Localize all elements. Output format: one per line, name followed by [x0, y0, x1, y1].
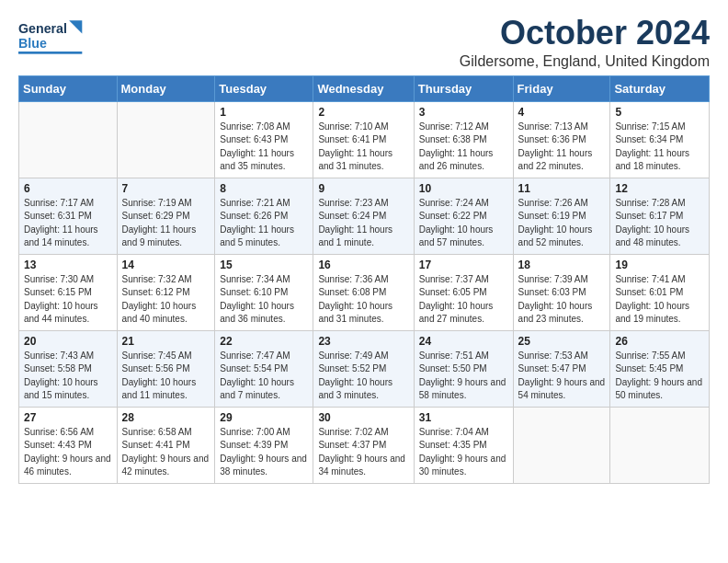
day-number: 14	[122, 259, 210, 271]
day-info: Sunrise: 7:47 AMSunset: 5:54 PMDaylight:…	[220, 350, 308, 403]
calendar-cell	[117, 101, 215, 178]
day-info: Sunrise: 7:49 AMSunset: 5:52 PMDaylight:…	[318, 350, 408, 403]
day-number: 12	[615, 182, 704, 195]
day-number: 23	[318, 335, 408, 348]
day-info: Sunrise: 7:08 AMSunset: 6:43 PMDaylight:…	[220, 121, 308, 174]
day-number: 17	[419, 259, 508, 271]
day-number: 10	[419, 182, 508, 195]
calendar-cell: 28Sunrise: 6:58 AMSunset: 4:41 PMDayligh…	[117, 407, 215, 483]
calendar-cell: 29Sunrise: 7:00 AMSunset: 4:39 PMDayligh…	[215, 407, 313, 483]
day-info: Sunrise: 7:02 AMSunset: 4:37 PMDaylight:…	[318, 426, 408, 479]
day-info: Sunrise: 7:55 AMSunset: 5:45 PMDaylight:…	[615, 350, 704, 403]
calendar-cell: 8Sunrise: 7:21 AMSunset: 6:26 PMDaylight…	[215, 178, 313, 254]
day-number: 16	[318, 259, 408, 271]
day-info: Sunrise: 7:41 AMSunset: 6:01 PMDaylight:…	[615, 273, 704, 327]
calendar-cell: 9Sunrise: 7:23 AMSunset: 6:24 PMDaylight…	[313, 178, 414, 254]
day-info: Sunrise: 7:17 AMSunset: 6:31 PMDaylight:…	[24, 197, 112, 250]
calendar-cell	[513, 407, 610, 483]
day-info: Sunrise: 7:10 AMSunset: 6:41 PMDaylight:…	[318, 121, 408, 174]
calendar-cell: 27Sunrise: 6:56 AMSunset: 4:43 PMDayligh…	[19, 407, 118, 483]
day-number: 28	[122, 411, 210, 424]
col-wednesday: Wednesday	[313, 75, 414, 101]
col-saturday: Saturday	[610, 75, 710, 101]
day-info: Sunrise: 7:13 AMSunset: 6:36 PMDaylight:…	[518, 121, 606, 174]
day-info: Sunrise: 7:43 AMSunset: 5:58 PMDaylight:…	[24, 350, 112, 403]
calendar-cell: 16Sunrise: 7:36 AMSunset: 6:08 PMDayligh…	[313, 254, 414, 330]
calendar-cell: 1Sunrise: 7:08 AMSunset: 6:43 PMDaylight…	[215, 101, 313, 178]
logo: General Blue	[18, 15, 92, 59]
col-friday: Friday	[513, 75, 610, 101]
calendar-week-row: 1Sunrise: 7:08 AMSunset: 6:43 PMDaylight…	[19, 101, 710, 178]
day-number: 9	[318, 182, 408, 195]
calendar-cell: 14Sunrise: 7:32 AMSunset: 6:12 PMDayligh…	[117, 254, 215, 330]
day-number: 21	[122, 335, 210, 348]
day-number: 5	[615, 106, 704, 119]
calendar-cell: 7Sunrise: 7:19 AMSunset: 6:29 PMDaylight…	[117, 178, 215, 254]
page: General Blue October 2024 Gildersome, En…	[0, 0, 728, 563]
calendar-cell: 19Sunrise: 7:41 AMSunset: 6:01 PMDayligh…	[610, 254, 710, 330]
calendar-week-row: 13Sunrise: 7:30 AMSunset: 6:15 PMDayligh…	[19, 254, 710, 330]
calendar-cell: 12Sunrise: 7:28 AMSunset: 6:17 PMDayligh…	[610, 178, 710, 254]
day-number: 3	[419, 106, 508, 119]
logo-svg: General Blue	[18, 15, 92, 59]
day-info: Sunrise: 7:32 AMSunset: 6:12 PMDaylight:…	[122, 273, 210, 327]
calendar-week-row: 27Sunrise: 6:56 AMSunset: 4:43 PMDayligh…	[19, 407, 710, 483]
calendar-cell: 24Sunrise: 7:51 AMSunset: 5:50 PMDayligh…	[414, 330, 513, 407]
header: General Blue October 2024 Gildersome, En…	[18, 15, 710, 70]
day-number: 20	[24, 335, 112, 348]
day-number: 26	[615, 335, 704, 348]
calendar-week-row: 20Sunrise: 7:43 AMSunset: 5:58 PMDayligh…	[19, 330, 710, 407]
day-number: 2	[318, 106, 408, 119]
day-info: Sunrise: 7:51 AMSunset: 5:50 PMDaylight:…	[419, 350, 508, 403]
day-info: Sunrise: 7:45 AMSunset: 5:56 PMDaylight:…	[122, 350, 210, 403]
col-monday: Monday	[117, 75, 215, 101]
calendar-header-row: Sunday Monday Tuesday Wednesday Thursday…	[19, 75, 710, 101]
calendar-cell: 31Sunrise: 7:04 AMSunset: 4:35 PMDayligh…	[414, 407, 513, 483]
day-info: Sunrise: 7:19 AMSunset: 6:29 PMDaylight:…	[122, 197, 210, 250]
calendar-cell	[610, 407, 710, 483]
calendar-cell: 17Sunrise: 7:37 AMSunset: 6:05 PMDayligh…	[414, 254, 513, 330]
calendar-cell: 4Sunrise: 7:13 AMSunset: 6:36 PMDaylight…	[513, 101, 610, 178]
svg-text:General: General	[18, 21, 67, 36]
calendar-cell	[19, 101, 118, 178]
calendar-cell: 26Sunrise: 7:55 AMSunset: 5:45 PMDayligh…	[610, 330, 710, 407]
day-number: 31	[419, 411, 508, 424]
calendar-table: Sunday Monday Tuesday Wednesday Thursday…	[18, 75, 710, 484]
calendar-cell: 23Sunrise: 7:49 AMSunset: 5:52 PMDayligh…	[313, 330, 414, 407]
day-info: Sunrise: 7:15 AMSunset: 6:34 PMDaylight:…	[615, 121, 704, 174]
svg-text:Blue: Blue	[18, 36, 47, 51]
day-number: 25	[518, 335, 606, 348]
day-number: 18	[518, 259, 606, 271]
day-info: Sunrise: 7:12 AMSunset: 6:38 PMDaylight:…	[419, 121, 508, 174]
day-info: Sunrise: 7:39 AMSunset: 6:03 PMDaylight:…	[518, 273, 606, 327]
day-info: Sunrise: 6:56 AMSunset: 4:43 PMDaylight:…	[24, 426, 112, 479]
calendar-cell: 20Sunrise: 7:43 AMSunset: 5:58 PMDayligh…	[19, 330, 118, 407]
day-info: Sunrise: 7:23 AMSunset: 6:24 PMDaylight:…	[318, 197, 408, 250]
day-number: 11	[518, 182, 606, 195]
day-number: 13	[24, 259, 112, 271]
day-info: Sunrise: 7:34 AMSunset: 6:10 PMDaylight:…	[220, 273, 308, 327]
day-info: Sunrise: 7:24 AMSunset: 6:22 PMDaylight:…	[419, 197, 508, 250]
day-number: 22	[220, 335, 308, 348]
day-number: 7	[122, 182, 210, 195]
day-number: 4	[518, 106, 606, 119]
day-info: Sunrise: 6:58 AMSunset: 4:41 PMDaylight:…	[122, 426, 210, 479]
calendar-cell: 30Sunrise: 7:02 AMSunset: 4:37 PMDayligh…	[313, 407, 414, 483]
day-number: 29	[220, 411, 308, 424]
calendar-cell: 13Sunrise: 7:30 AMSunset: 6:15 PMDayligh…	[19, 254, 118, 330]
day-number: 30	[318, 411, 408, 424]
day-number: 6	[24, 182, 112, 195]
day-number: 8	[220, 182, 308, 195]
month-title: October 2024	[460, 15, 710, 52]
day-number: 15	[220, 259, 308, 271]
day-info: Sunrise: 7:30 AMSunset: 6:15 PMDaylight:…	[24, 273, 112, 327]
location: Gildersome, England, United Kingdom	[460, 53, 710, 70]
calendar-cell: 21Sunrise: 7:45 AMSunset: 5:56 PMDayligh…	[117, 330, 215, 407]
calendar-cell: 22Sunrise: 7:47 AMSunset: 5:54 PMDayligh…	[215, 330, 313, 407]
col-tuesday: Tuesday	[215, 75, 313, 101]
calendar-cell: 10Sunrise: 7:24 AMSunset: 6:22 PMDayligh…	[414, 178, 513, 254]
header-right: October 2024 Gildersome, England, United…	[460, 15, 710, 70]
day-number: 19	[615, 259, 704, 271]
day-info: Sunrise: 7:04 AMSunset: 4:35 PMDaylight:…	[419, 426, 508, 479]
col-sunday: Sunday	[19, 75, 118, 101]
